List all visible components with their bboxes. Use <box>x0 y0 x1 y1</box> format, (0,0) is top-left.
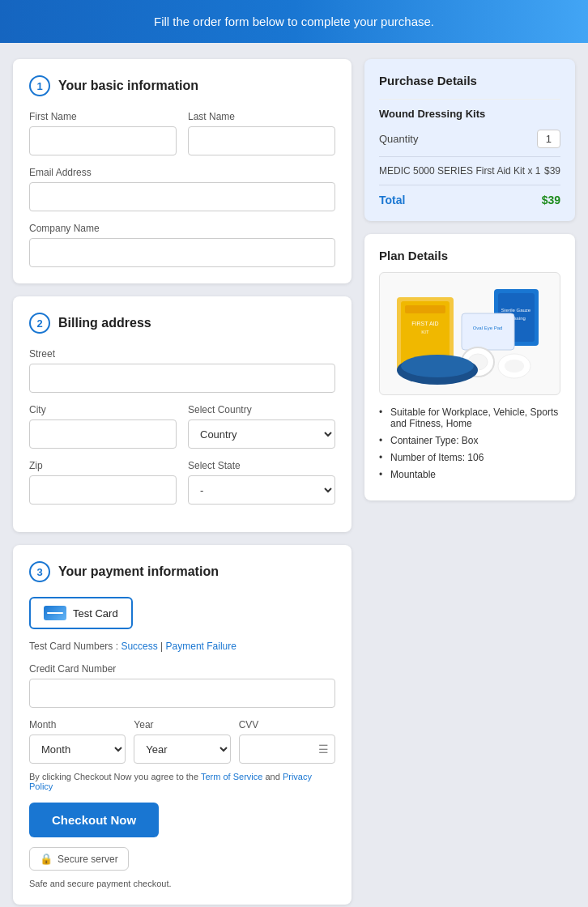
plan-features-list: Suitable for Workplace, Vehicle, Sports … <box>379 407 560 480</box>
safe-text: Safe and secure payment checkout. <box>29 879 335 888</box>
first-name-group: First Name <box>29 111 177 155</box>
product-line-row: MEDIC 5000 SERIES First Aid Kit x 1 $39 <box>379 156 560 177</box>
secure-label: Secure server <box>58 854 118 865</box>
left-column: 1 Your basic information First Name Last… <box>13 59 352 905</box>
street-label: Street <box>29 348 335 360</box>
purchase-title: Purchase Details <box>379 74 560 87</box>
company-group: Company Name <box>29 223 335 267</box>
email-label: Email Address <box>29 167 335 178</box>
main-content: 1 Your basic information First Name Last… <box>0 43 588 907</box>
cc-number-input[interactable] <box>29 679 335 708</box>
quantity-row: Quantity 1 <box>379 130 560 148</box>
billing-address-section: 2 Billing address Street City Select Cou… <box>13 296 352 532</box>
checkout-button[interactable]: Checkout Now <box>29 803 159 837</box>
last-name-label: Last Name <box>188 111 335 122</box>
terms-link[interactable]: Term of Service <box>201 772 262 781</box>
section1-title: 1 Your basic information <box>29 75 335 96</box>
card-button-label: Test Card <box>73 607 118 620</box>
secure-badge: 🔒 Secure server <box>29 847 129 871</box>
section3-title: 3 Your payment information <box>29 561 335 582</box>
test-numbers-row: Test Card Numbers : Success | Payment Fa… <box>29 641 335 652</box>
cvv-group: CVV ☰ <box>239 719 335 764</box>
product-image-svg: FIRST AID KIT Sterile Gauze Dressing Ova… <box>389 281 551 386</box>
plan-feature-item: Container Type: Box <box>379 435 560 446</box>
country-select[interactable]: Country United States United Kingdom Can… <box>188 419 335 449</box>
year-group: Year Year 2024 2025 2026 2027 2028 2029 … <box>134 719 230 764</box>
terms-prefix: By clicking Checkout Now you agree to th… <box>29 772 201 781</box>
street-input[interactable] <box>29 364 335 393</box>
company-label: Company Name <box>29 223 335 234</box>
step1-circle: 1 <box>29 75 50 96</box>
month-select[interactable]: Month 01 - January 02 - February 03 - Ma… <box>29 735 126 764</box>
street-group: Street <box>29 348 335 393</box>
cc-number-group: Credit Card Number <box>29 663 335 708</box>
section1-label: Your basic information <box>58 79 198 93</box>
section3-label: Your payment information <box>58 564 219 579</box>
email-group: Email Address <box>29 167 335 211</box>
state-group: Select State - Alabama Alaska California… <box>188 460 335 505</box>
first-name-input[interactable] <box>29 126 177 155</box>
card-icon <box>44 606 66 620</box>
plan-feature-item: Mountable <box>379 469 560 480</box>
total-amount: $39 <box>542 194 560 207</box>
city-label: City <box>29 404 177 415</box>
lock-icon: 🔒 <box>40 853 53 865</box>
quantity-label: Quantity <box>379 133 418 145</box>
product-line-text: MEDIC 5000 SERIES First Aid Kit x 1 <box>379 165 540 177</box>
test-prefix: Test Card Numbers : <box>29 641 121 652</box>
product-image-box: FIRST AID KIT Sterile Gauze Dressing Ova… <box>379 272 560 395</box>
name-row: First Name Last Name <box>29 111 335 155</box>
country-group: Select Country Country United States Uni… <box>188 404 335 449</box>
zip-state-row: Zip Select State - Alabama Alaska Califo… <box>29 460 335 505</box>
terms-row: By clicking Checkout Now you agree to th… <box>29 772 335 791</box>
zip-input[interactable] <box>29 475 177 505</box>
year-select[interactable]: Year 2024 2025 2026 2027 2028 2029 2030 <box>134 735 230 764</box>
month-label: Month <box>29 719 126 730</box>
svg-rect-2 <box>405 305 445 313</box>
plan-details-card: Plan Details FIRST AID KIT Sterile Gauze… <box>364 234 575 500</box>
year-label: Year <box>134 719 230 730</box>
svg-text:Oval Eye Pad: Oval Eye Pad <box>473 326 503 330</box>
product-price: $39 <box>544 165 560 177</box>
plan-title: Plan Details <box>379 249 560 262</box>
plan-feature-item: Number of Items: 106 <box>379 452 560 463</box>
purchase-divider <box>379 99 560 100</box>
section2-label: Billing address <box>58 316 151 330</box>
test-failure-link[interactable]: Payment Failure <box>166 641 236 652</box>
city-country-row: City Select Country Country United State… <box>29 404 335 449</box>
product-name: Wound Dressing Kits <box>379 108 560 120</box>
state-select[interactable]: - Alabama Alaska California New York Tex… <box>188 475 335 505</box>
email-input[interactable] <box>29 182 335 211</box>
quantity-value: 1 <box>537 130 560 148</box>
banner-text: Fill the order form below to complete yo… <box>154 15 434 28</box>
plan-feature-item: Suitable for Workplace, Vehicle, Sports … <box>379 407 560 429</box>
country-label: Select Country <box>188 404 335 415</box>
svg-point-16 <box>505 360 524 373</box>
month-group: Month Month 01 - January 02 - February 0… <box>29 719 126 764</box>
cvv-input-wrapper: ☰ <box>239 735 335 764</box>
svg-rect-9 <box>462 313 514 350</box>
cc-label: Credit Card Number <box>29 663 335 675</box>
step2-circle: 2 <box>29 313 50 334</box>
test-success-link[interactable]: Success <box>121 641 157 652</box>
last-name-input[interactable] <box>188 126 335 155</box>
last-name-group: Last Name <box>188 111 335 155</box>
svg-point-14 <box>401 355 474 377</box>
company-input[interactable] <box>29 238 335 267</box>
card-icon-stripe <box>47 612 63 614</box>
section2-title: 2 Billing address <box>29 313 335 334</box>
cvv-card-icon: ☰ <box>318 743 329 756</box>
city-group: City <box>29 404 177 449</box>
top-banner: Fill the order form below to complete yo… <box>0 0 588 43</box>
first-name-label: First Name <box>29 111 177 122</box>
terms-middle: and <box>265 772 282 781</box>
city-input[interactable] <box>29 419 177 449</box>
payment-section: 3 Your payment information Test Card Tes… <box>13 545 352 905</box>
right-column: Purchase Details Wound Dressing Kits Qua… <box>364 59 575 500</box>
basic-info-section: 1 Your basic information First Name Last… <box>13 59 352 283</box>
svg-text:KIT: KIT <box>421 330 429 334</box>
zip-group: Zip <box>29 460 177 505</box>
total-row: Total $39 <box>379 185 560 207</box>
card-type-button[interactable]: Test Card <box>29 597 133 629</box>
total-label: Total <box>379 194 405 207</box>
